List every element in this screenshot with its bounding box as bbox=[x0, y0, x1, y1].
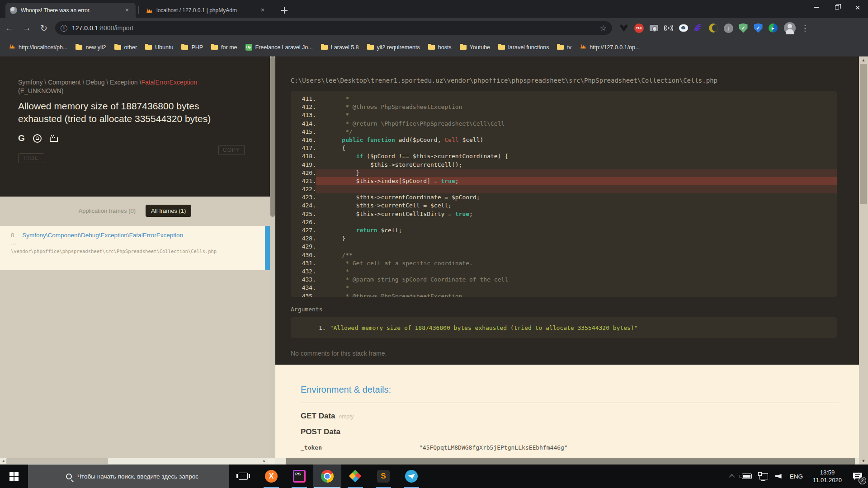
scrollbar-thumb[interactable] bbox=[6, 458, 108, 464]
taskbar-app-sublime[interactable]: S bbox=[369, 465, 397, 488]
taskbar-app-phpstorm[interactable]: PS bbox=[285, 465, 313, 488]
line-number: 435. bbox=[291, 292, 316, 297]
window-restore-button[interactable] bbox=[826, 0, 847, 14]
bookmark-item[interactable]: PHP bbox=[177, 42, 207, 52]
tab-all-frames[interactable]: All frames (1) bbox=[146, 205, 191, 217]
browser-toolbar: ← → ↻ i 127.0.0.1:8000/import ☆ YAB↓✓✓► … bbox=[0, 18, 868, 38]
forward-button[interactable]: → bbox=[19, 20, 34, 36]
code-line: 424. $this->currentCell = $cell; bbox=[291, 202, 837, 210]
notification-badge: 2 bbox=[859, 477, 866, 484]
get-data-empty: empty bbox=[339, 413, 354, 420]
taskbar-search-box[interactable]: Чтобы начать поиск, введите здесь запрос bbox=[28, 465, 229, 488]
window-minimize-button[interactable] bbox=[806, 0, 826, 14]
profile-avatar[interactable] bbox=[784, 22, 796, 34]
sidebar-vertical-scrollbar[interactable] bbox=[270, 56, 275, 458]
bookmark-item[interactable]: Ubuntu bbox=[141, 42, 177, 52]
url-text[interactable]: 127.0.0.1:8000/import bbox=[72, 24, 600, 32]
taskbar-app-telegram[interactable] bbox=[397, 465, 425, 488]
site-info-icon[interactable]: i bbox=[61, 25, 67, 32]
tab-whoops[interactable]: Whoops! There was an error. × bbox=[5, 3, 136, 18]
v-mask-extension-icon[interactable] bbox=[618, 23, 629, 33]
download-manager-icon bbox=[350, 471, 361, 482]
argument-value: "Allowed memory size of 1887436800 bytes… bbox=[330, 324, 638, 331]
bookmark-star-icon[interactable]: ☆ bbox=[600, 23, 607, 33]
idm-extension-icon[interactable]: ► bbox=[768, 23, 778, 33]
bookmark-item[interactable]: http://localhost/ph... bbox=[5, 41, 71, 53]
xampp-icon: X bbox=[265, 470, 278, 483]
green-shield-extension-icon[interactable]: ✓ bbox=[738, 23, 749, 33]
tab-phpmyadmin[interactable]: localhost / 127.0.0.1 | phpMyAdm × bbox=[141, 3, 271, 18]
yab-extension-icon[interactable]: YAB bbox=[633, 23, 644, 33]
volume-icon[interactable] bbox=[772, 465, 785, 488]
environment-section: Environment & details: GET Data empty PO… bbox=[275, 365, 859, 458]
search-placeholder: Чтобы начать поиск, введите здесь запрос bbox=[77, 473, 198, 480]
scroll-left-arrow-icon[interactable]: ◄ bbox=[0, 458, 6, 465]
signal-extension-icon[interactable] bbox=[693, 23, 704, 33]
bookmark-item[interactable]: other bbox=[110, 42, 142, 52]
language-indicator[interactable]: ENG bbox=[785, 473, 807, 480]
search-links-row: G bbox=[18, 133, 252, 143]
bookmark-item[interactable]: UpFreelance Laravel Jo... bbox=[241, 42, 317, 52]
bookmark-item[interactable]: yii2 requirements bbox=[363, 42, 424, 52]
code-viewer[interactable]: 411. *412. * @throws PhpSpreadsheetExcep… bbox=[291, 91, 837, 297]
bookmark-item[interactable]: Laravel 5.8 bbox=[317, 42, 363, 52]
code-line: 432. * bbox=[291, 267, 837, 276]
scrollbar-thumb[interactable] bbox=[286, 458, 855, 465]
google-search-icon[interactable]: G bbox=[18, 133, 25, 143]
taskbar-clock[interactable]: 13:59 11.01.2020 bbox=[807, 469, 847, 484]
line-number: 429. bbox=[291, 243, 316, 251]
tray-chevron-up-icon[interactable] bbox=[727, 465, 738, 488]
dark-moon-extension-icon[interactable] bbox=[708, 23, 719, 33]
browser-menu-icon[interactable]: ⋮ bbox=[801, 23, 809, 33]
taskbar-app-chrome[interactable] bbox=[313, 465, 341, 488]
bookmark-item[interactable]: for me bbox=[207, 42, 241, 52]
network-icon[interactable] bbox=[755, 465, 772, 488]
post-data-value: "45FQpqtLM8DWG8fgXrb5jEPtgnLLksEEbhfm446… bbox=[419, 444, 568, 451]
camera-extension-icon[interactable] bbox=[648, 23, 659, 33]
bookmark-item[interactable]: tv bbox=[553, 42, 576, 52]
tab-close-icon[interactable]: × bbox=[123, 6, 131, 14]
battery-icon[interactable] bbox=[738, 465, 755, 488]
taskbar-app-xampp[interactable]: X bbox=[257, 465, 285, 488]
scroll-right-arrow-icon[interactable]: ► bbox=[261, 458, 268, 465]
address-bar[interactable]: i 127.0.0.1:8000/import ☆ bbox=[55, 21, 612, 35]
duckduckgo-search-icon[interactable] bbox=[33, 134, 42, 143]
code-text: $this->storeCurrentCell(); bbox=[316, 161, 837, 169]
sidebar-scrollbar-thumb[interactable] bbox=[270, 56, 275, 217]
tab-close-icon[interactable]: × bbox=[259, 6, 267, 14]
scroll-up-arrow-icon[interactable]: ▲ bbox=[859, 56, 868, 64]
blue-shield-extension-icon[interactable]: ✓ bbox=[753, 23, 764, 33]
code-line: 423. $this->currentCoordinate = $pCoord; bbox=[291, 193, 837, 202]
start-button[interactable] bbox=[0, 465, 28, 488]
main-horizontal-scrollbar[interactable] bbox=[275, 458, 859, 465]
frame-ellipsis: … bbox=[11, 240, 259, 245]
bookmark-item[interactable]: laravel functions bbox=[494, 42, 553, 52]
chat-extension-icon[interactable] bbox=[678, 23, 689, 33]
tab-application-frames[interactable]: Application frames (0) bbox=[79, 207, 136, 214]
main-vertical-scrollbar[interactable]: ▲ ▼ bbox=[859, 56, 868, 465]
scroll-down-arrow-icon[interactable]: ▼ bbox=[859, 457, 868, 465]
stackoverflow-search-icon[interactable] bbox=[50, 135, 57, 142]
stack-frame-item[interactable]: 0 Symfony\Component\Debug\Exception\Fata… bbox=[0, 226, 270, 270]
line-number: 415. bbox=[291, 128, 316, 136]
back-button[interactable]: ← bbox=[2, 20, 17, 36]
bookmark-item[interactable]: new yii2 bbox=[71, 42, 110, 52]
notification-center-button[interactable]: 2 bbox=[847, 465, 868, 488]
download-extension-icon[interactable]: ↓ bbox=[723, 23, 734, 33]
window-close-button[interactable]: × bbox=[847, 0, 868, 14]
frame-class: Symfony\Component\Debug\Exception\FatalE… bbox=[22, 232, 183, 239]
new-tab-button[interactable] bbox=[278, 5, 290, 16]
radio-extension-icon[interactable] bbox=[663, 23, 674, 33]
bookmark-item[interactable]: http://127.0.0.1/op... bbox=[576, 41, 644, 53]
bookmark-item[interactable]: Youtube bbox=[456, 42, 494, 52]
refresh-button[interactable]: ↻ bbox=[36, 20, 52, 36]
task-view-button[interactable] bbox=[229, 465, 257, 488]
windows-taskbar: Чтобы начать поиск, введите здесь запрос… bbox=[0, 465, 868, 488]
taskbar-app-download-manager[interactable] bbox=[341, 465, 369, 488]
sidebar-horizontal-scrollbar[interactable]: ◄ ► bbox=[0, 458, 268, 465]
hide-button[interactable]: HIDE bbox=[18, 153, 44, 163]
code-line: 411. * bbox=[291, 95, 837, 103]
scrollbar-thumb[interactable] bbox=[860, 64, 867, 204]
bookmark-item[interactable]: hosts bbox=[424, 42, 456, 52]
copy-button[interactable]: COPY bbox=[218, 145, 245, 155]
